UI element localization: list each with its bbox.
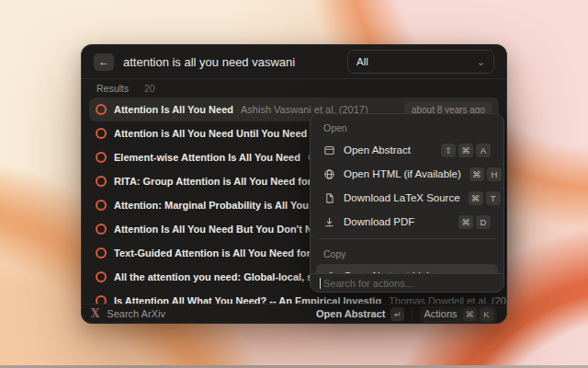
- menu-item[interactable]: Download PDF⌘D: [316, 210, 498, 234]
- footer-divider: [412, 308, 413, 319]
- app-name: Search ArXiv: [107, 308, 165, 319]
- status-bar: X Search ArXiv Open Abstract ↵ Actions ⌘…: [82, 304, 506, 323]
- shortcut-key: ⌘: [469, 167, 484, 181]
- actions-menu: OpenOpen Abstract⇧⌘AOpen HTML (if Availa…: [310, 113, 504, 293]
- raycast-window: ← attention is all you need vaswani All …: [81, 44, 507, 324]
- arxiv-logo: X: [91, 307, 99, 320]
- back-arrow-icon: ←: [98, 55, 109, 68]
- search-bar: ← attention is all you need vaswani All …: [82, 45, 506, 79]
- menu-item[interactable]: Open Abstract⇧⌘A: [316, 138, 498, 162]
- menu-item-label: Open Abstract: [344, 144, 411, 155]
- k-key: K: [480, 307, 493, 321]
- paper-icon: [96, 104, 107, 115]
- menu-item-shortcut: ⌘T: [469, 191, 501, 205]
- actions-keys: ⌘K: [463, 307, 494, 321]
- paper-icon: [96, 247, 107, 259]
- actions-menu-list: OpenOpen Abstract⇧⌘AOpen HTML (if Availa…: [311, 114, 503, 273]
- shortcut-key: ⌘: [469, 191, 483, 205]
- menu-separator: [318, 238, 496, 239]
- result-title: Attention: Marginal Probability is All Y…: [114, 200, 343, 211]
- menu-item-label: Download LaTeX Source: [344, 192, 460, 203]
- menu-item-label: Open HTML (if Available): [344, 168, 461, 179]
- menu-section-header: Copy: [316, 244, 498, 264]
- menu-item-shortcut: ⌘H: [469, 167, 502, 181]
- paper-icon: [96, 152, 107, 163]
- chevron-down-icon: ⌄: [477, 57, 485, 66]
- paper-icon: [96, 224, 107, 235]
- shortcut-key: ⌘: [458, 144, 473, 157]
- menu-item-shortcut: ⌘D: [458, 215, 491, 229]
- result-title: Attention Is All You Need: [114, 104, 233, 115]
- shortcut-key: A: [476, 144, 491, 157]
- actions-search-placeholder: Search for actions...: [323, 278, 413, 289]
- shortcut-key: H: [487, 167, 502, 181]
- return-key-icon: ↵: [390, 307, 404, 321]
- shortcut-key: D: [476, 215, 491, 229]
- menu-item-label: Download PDF: [344, 216, 414, 227]
- paper-icon: [96, 200, 107, 211]
- filter-dropdown[interactable]: All ⌄: [347, 50, 494, 74]
- document-icon: [323, 192, 335, 204]
- menu-item[interactable]: Copy Abstract Link⌥⌘L: [316, 264, 498, 273]
- text-caret: [320, 278, 321, 289]
- paper-icon: [96, 271, 107, 282]
- actions-search-input[interactable]: Search for actions...: [311, 273, 503, 292]
- results-count: 20: [144, 83, 155, 94]
- globe-icon: [323, 168, 335, 180]
- menu-item[interactable]: Open HTML (if Available)⌘H: [316, 162, 498, 186]
- menu-item[interactable]: Download LaTeX Source⌘T: [316, 186, 498, 210]
- shortcut-key: T: [486, 191, 501, 205]
- back-button[interactable]: ←: [94, 53, 114, 71]
- command-key-icon: ⌘: [463, 307, 478, 321]
- results-header: Results 20: [82, 79, 506, 96]
- window-icon: [323, 144, 335, 156]
- paper-icon: [96, 128, 107, 139]
- shortcut-key: ⌘: [458, 215, 473, 229]
- actions-button-label: Actions: [424, 308, 457, 319]
- download-icon: [323, 216, 335, 228]
- menu-section-header: Open: [316, 118, 498, 138]
- search-input[interactable]: attention is all you need vaswani: [123, 55, 338, 69]
- menu-item-shortcut: ⇧⌘A: [441, 144, 491, 157]
- results-label: Results: [96, 83, 129, 94]
- paper-icon: [96, 176, 107, 187]
- footer-actions: Open Abstract ↵ Actions ⌘K: [316, 305, 497, 323]
- filter-value: All: [356, 56, 368, 67]
- result-title: Element-wise Attention Is All You Need: [114, 152, 300, 163]
- primary-action-button[interactable]: Open Abstract: [316, 308, 385, 319]
- actions-button[interactable]: Actions ⌘K: [420, 305, 497, 323]
- shortcut-key: ⇧: [441, 144, 456, 157]
